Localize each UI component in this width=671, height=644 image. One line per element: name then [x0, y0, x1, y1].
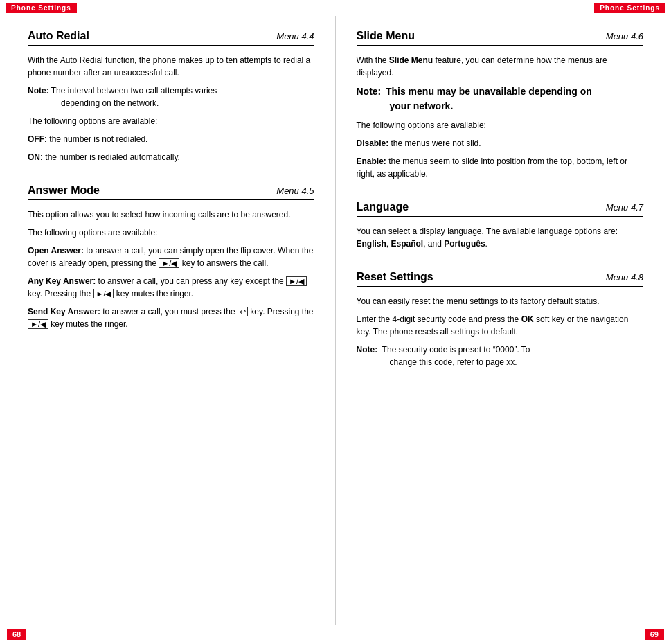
section-language: Language Menu 4.7 You can select a displ… [357, 201, 644, 250]
answer-mode-p1: This option allows you to select how inc… [28, 208, 314, 221]
auto-redial-body: With the Auto Redial function, the phone… [28, 54, 314, 163]
reset-settings-menu: Menu 4.8 [606, 272, 643, 283]
slide-menu-menu: Menu 4.6 [606, 31, 643, 42]
section-answer-mode: Answer Mode Menu 4.5 This option allows … [28, 184, 314, 330]
language-p1: You can select a display language. The a… [357, 225, 644, 250]
reset-settings-p2: Enter the 4-digit security code and pres… [357, 313, 644, 338]
slide-menu-enable: Enable: the menus seem to slide into pos… [357, 155, 644, 180]
answer-mode-open: Open Answer: to answer a call, you can s… [28, 244, 314, 269]
language-menu: Menu 4.7 [606, 202, 643, 213]
section-language-header: Language Menu 4.7 [357, 201, 644, 217]
answer-mode-body: This option allows you to select how inc… [28, 208, 314, 330]
right-column: Slide Menu Menu 4.6 With the Slide Menu … [336, 16, 672, 625]
reset-settings-p1: You can easily reset the menu settings t… [357, 295, 644, 307]
auto-redial-title: Auto Redial [28, 30, 89, 42]
answer-mode-send-key: Send Key Answer: to answer a call, you m… [28, 305, 314, 330]
answer-mode-p2: The following options are available: [28, 226, 314, 239]
language-title: Language [357, 201, 409, 213]
answer-mode-menu: Menu 4.5 [276, 186, 314, 196]
section-reset-settings: Reset Settings Menu 4.8 You can easily r… [357, 271, 644, 368]
header-badge-right: Phone Settings [594, 3, 665, 13]
language-body: You can select a display language. The a… [357, 225, 644, 250]
reset-settings-note: Note: The security code is preset to “00… [357, 343, 644, 368]
page-number-left: 68 [7, 629, 26, 640]
slide-menu-p1: With the Slide Menu feature, you can det… [357, 54, 644, 79]
reset-settings-title: Reset Settings [357, 271, 433, 283]
section-answer-mode-header: Answer Mode Menu 4.5 [28, 184, 314, 200]
slide-menu-body: With the Slide Menu feature, you can det… [357, 54, 644, 180]
auto-redial-note: Note: The interval between two call atte… [28, 84, 314, 109]
section-slide-menu-header: Slide Menu Menu 4.6 [357, 30, 644, 46]
section-slide-menu: Slide Menu Menu 4.6 With the Slide Menu … [357, 30, 644, 180]
page-footer: 68 69 [0, 625, 671, 644]
slide-menu-note: Note: This menu may be unavailable depen… [357, 84, 644, 114]
answer-mode-title: Answer Mode [28, 184, 100, 197]
reset-settings-body: You can easily reset the menu settings t… [357, 295, 644, 368]
auto-redial-menu: Menu 4.4 [276, 31, 314, 42]
section-auto-redial-header: Auto Redial Menu 4.4 [28, 30, 314, 46]
slide-menu-title: Slide Menu [357, 30, 415, 42]
slide-menu-p2: The following options are available: [357, 119, 644, 132]
page-number-right: 69 [645, 629, 664, 640]
answer-mode-any-key: Any Key Answer: to answer a call, you ca… [28, 275, 314, 300]
auto-redial-on: ON: the number is redialed automatically… [28, 151, 314, 163]
page-header: Phone Settings Phone Settings [0, 0, 671, 16]
auto-redial-off: OFF: the number is not redialed. [28, 133, 314, 145]
auto-redial-p1: With the Auto Redial function, the phone… [28, 54, 314, 79]
section-reset-settings-header: Reset Settings Menu 4.8 [357, 271, 644, 287]
section-auto-redial: Auto Redial Menu 4.4 With the Auto Redia… [28, 30, 314, 163]
header-badge-left: Phone Settings [6, 3, 77, 13]
left-column: Auto Redial Menu 4.4 With the Auto Redia… [0, 16, 336, 625]
auto-redial-p2: The following options are available: [28, 115, 314, 127]
main-content: Auto Redial Menu 4.4 With the Auto Redia… [0, 16, 671, 625]
slide-menu-disable: Disable: the menus were not slid. [357, 137, 644, 150]
